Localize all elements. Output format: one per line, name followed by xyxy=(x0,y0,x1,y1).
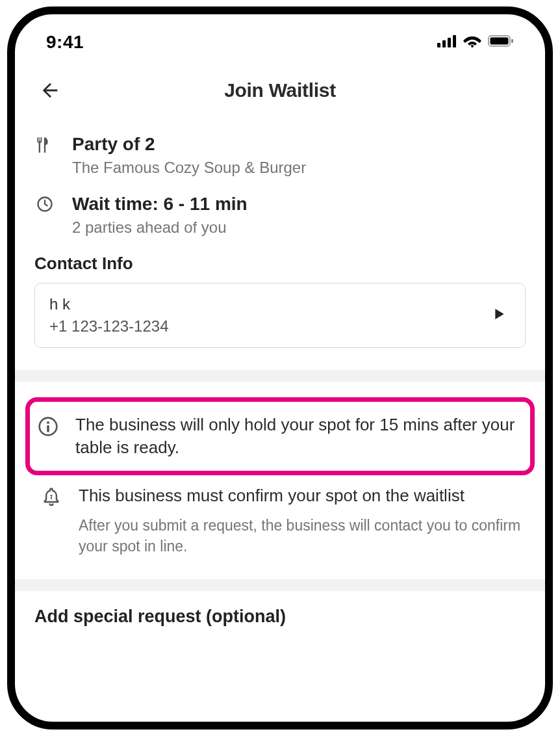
svg-rect-2 xyxy=(448,38,451,47)
contact-info-card[interactable]: h k +1 123-123-1234 xyxy=(34,283,526,348)
restaurant-icon xyxy=(34,134,55,155)
svg-point-10 xyxy=(47,421,49,424)
wait-time-row: Wait time: 6 - 11 min 2 parties ahead of… xyxy=(34,194,526,237)
svg-rect-0 xyxy=(437,43,440,47)
confirm-notice-title: This business must confirm your spot on … xyxy=(79,484,522,507)
parties-ahead-label: 2 parties ahead of you xyxy=(72,218,526,237)
restaurant-name: The Famous Cozy Soup & Burger xyxy=(72,159,526,177)
main-content: Party of 2 The Famous Cozy Soup & Burger… xyxy=(15,114,545,627)
back-button[interactable] xyxy=(34,75,66,106)
svg-rect-1 xyxy=(442,40,446,47)
page-title: Join Waitlist xyxy=(34,79,526,101)
svg-rect-3 xyxy=(453,35,456,47)
svg-rect-13 xyxy=(51,497,52,499)
hold-spot-callout: The business will only hold your spot fo… xyxy=(25,397,535,475)
status-bar: 9:41 xyxy=(15,14,545,60)
nav-bar: Join Waitlist xyxy=(15,60,545,114)
special-request-heading: Add special request (optional) xyxy=(34,607,526,627)
clock-icon xyxy=(34,194,55,213)
svg-rect-11 xyxy=(47,425,49,432)
party-size-label: Party of 2 xyxy=(72,134,526,155)
svg-rect-7 xyxy=(511,39,513,43)
contact-phone: +1 123-123-1234 xyxy=(49,317,169,335)
party-info-row: Party of 2 The Famous Cozy Soup & Burger xyxy=(34,134,526,177)
bell-icon xyxy=(38,484,64,509)
status-icons xyxy=(437,34,514,50)
section-divider xyxy=(15,370,545,382)
contact-info-heading: Contact Info xyxy=(34,254,526,274)
svg-point-12 xyxy=(51,495,53,497)
cellular-icon xyxy=(437,34,457,50)
hold-spot-text: The business will only hold your spot fo… xyxy=(75,414,521,459)
wifi-icon xyxy=(463,34,481,50)
svg-point-4 xyxy=(471,45,474,47)
battery-icon xyxy=(488,34,514,50)
info-icon xyxy=(35,414,61,437)
section-divider xyxy=(15,579,545,591)
device-frame: 9:41 Join Waitlist Party of 2 xyxy=(7,7,553,729)
arrow-left-icon xyxy=(39,79,61,101)
confirm-notice-row: This business must confirm your spot on … xyxy=(34,484,526,557)
chevron-right-icon xyxy=(495,309,511,322)
status-time: 9:41 xyxy=(46,32,84,53)
wait-time-label: Wait time: 6 - 11 min xyxy=(72,194,526,215)
svg-rect-6 xyxy=(490,38,509,45)
confirm-notice-subtext: After you submit a request, the business… xyxy=(79,515,522,557)
contact-name: h k xyxy=(49,295,169,313)
